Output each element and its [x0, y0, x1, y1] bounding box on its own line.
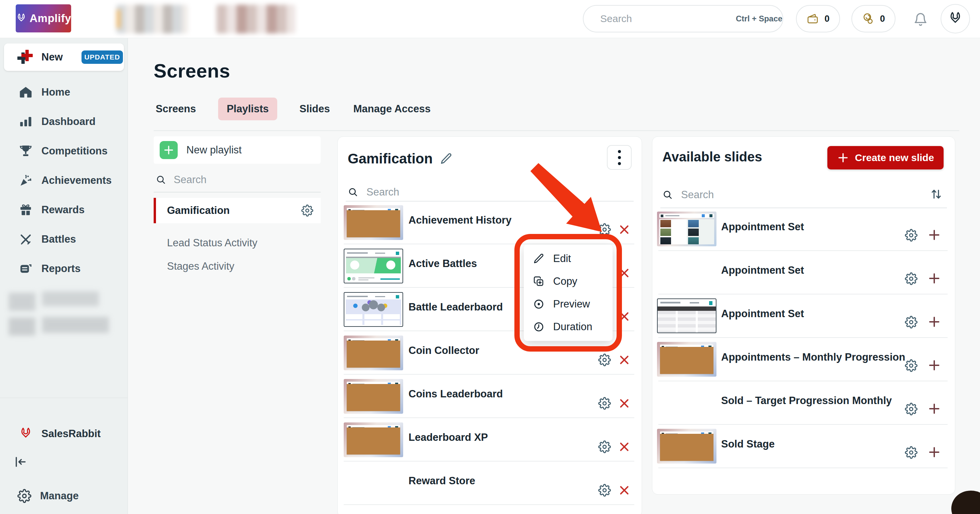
slide-thumbnail: [657, 299, 716, 333]
sidebar-item-competitions[interactable]: Competitions: [0, 136, 128, 166]
sort-icon[interactable]: [929, 187, 943, 201]
avatar-rabbit-icon: [948, 11, 963, 26]
redacted-workspace-chip: [116, 5, 188, 34]
slide-thumbnail: [344, 335, 403, 370]
selected-indicator: [154, 198, 156, 223]
gear-icon[interactable]: [598, 397, 611, 410]
report-icon: [19, 262, 33, 276]
playlist-item-gamification[interactable]: Gamification: [154, 198, 321, 223]
playlist-detail-search-input[interactable]: [366, 186, 608, 198]
tab-manage-access[interactable]: Manage Access: [352, 97, 432, 120]
trophy-icon: [19, 144, 33, 158]
available-slides-panel: Available slides Create new slide Appoin…: [652, 136, 955, 495]
add-plus-icon[interactable]: [928, 228, 941, 242]
slide-thumbnail: [657, 255, 716, 290]
redacted-account-chip: [216, 5, 295, 34]
sidebar-item-battles[interactable]: Battles: [0, 225, 128, 254]
add-plus-icon[interactable]: [928, 272, 941, 285]
playlist-detail-search[interactable]: [348, 185, 608, 200]
user-avatar[interactable]: [940, 4, 970, 34]
available-slide-row: Sold – Target Progression Monthly: [652, 382, 955, 425]
gear-icon[interactable]: [598, 441, 611, 453]
playlists-search[interactable]: [156, 172, 319, 187]
collapse-sidebar-button[interactable]: [13, 452, 40, 472]
remove-x-icon[interactable]: [618, 397, 630, 409]
gear-icon[interactable]: [598, 223, 611, 236]
search-shortcut: Ctrl + Space: [736, 14, 782, 23]
amplify-logo[interactable]: Amplify: [16, 4, 71, 32]
gear-icon[interactable]: [905, 359, 918, 372]
tab-bar: Screens Playlists Slides Manage Access: [154, 97, 432, 120]
wallet-badge[interactable]: 0: [796, 5, 840, 32]
coins-badge[interactable]: 0: [851, 5, 896, 32]
global-search-input[interactable]: [600, 13, 730, 25]
manage-link[interactable]: Manage: [0, 482, 128, 509]
remove-x-icon[interactable]: [618, 354, 630, 366]
add-plus-icon[interactable]: [928, 402, 941, 415]
playlist-options-kebab-button[interactable]: [607, 145, 632, 170]
available-slide-row: Appointment Set: [652, 251, 955, 294]
copy-icon: [533, 276, 544, 287]
remove-x-icon[interactable]: [618, 484, 630, 496]
slide-thumbnail: [344, 466, 403, 501]
search-icon: [348, 187, 358, 198]
available-slide-row: Appointment Set: [652, 294, 955, 338]
slide-row: Achievement History: [338, 201, 642, 244]
remove-x-icon[interactable]: [618, 310, 630, 322]
add-plus-icon[interactable]: [928, 445, 941, 459]
playlists-search-input[interactable]: [173, 174, 319, 186]
menu-item-preview[interactable]: Preview: [524, 293, 612, 316]
coins-icon: [862, 12, 875, 25]
slide-thumbnail: [344, 379, 403, 414]
create-new-slide-button[interactable]: Create new slide: [827, 146, 943, 169]
available-slides-search-input[interactable]: [680, 188, 915, 201]
menu-item-duration[interactable]: Duration: [524, 316, 612, 338]
available-slides-search[interactable]: [662, 187, 915, 202]
collapse-icon: [13, 455, 27, 469]
salesrabbit-link[interactable]: SalesRabbit: [0, 420, 128, 447]
edit-pencil-icon[interactable]: [440, 152, 453, 165]
tab-playlists[interactable]: Playlists: [218, 97, 278, 120]
new-button[interactable]: New UPDATED: [4, 43, 124, 71]
sidebar-item-achievements[interactable]: Achievements: [0, 166, 128, 195]
tab-slides[interactable]: Slides: [298, 97, 331, 120]
add-plus-icon[interactable]: [928, 359, 941, 372]
global-search[interactable]: Ctrl + Space: [583, 5, 783, 32]
new-button-label: New: [41, 51, 63, 63]
gear-icon[interactable]: [598, 354, 611, 366]
redacted-user-block: [9, 289, 109, 340]
tab-screens[interactable]: Screens: [154, 97, 197, 120]
gear-icon[interactable]: [905, 272, 918, 285]
playlist-item-lead-status-activity[interactable]: Lead Status Activity: [167, 231, 314, 255]
playlist-item-stages-activity[interactable]: Stages Activity: [167, 255, 314, 278]
slide-thumbnail: [344, 205, 403, 240]
slide-thumbnail: [657, 385, 716, 420]
available-slides-title: Available slides: [662, 149, 762, 164]
sidebar-item-reports[interactable]: Reports: [0, 254, 128, 283]
gear-icon[interactable]: [905, 316, 918, 329]
gear-icon[interactable]: [905, 446, 918, 459]
notifications-bell-icon[interactable]: [913, 12, 928, 27]
gear-icon[interactable]: [598, 484, 611, 496]
gear-icon[interactable]: [905, 403, 918, 415]
gear-icon[interactable]: [905, 229, 918, 242]
add-plus-icon[interactable]: [928, 315, 941, 329]
wallet-icon: [806, 12, 819, 25]
menu-item-copy[interactable]: Copy: [524, 270, 612, 293]
remove-x-icon[interactable]: [618, 223, 630, 236]
new-playlist-button[interactable]: New playlist: [154, 136, 321, 164]
remove-x-icon[interactable]: [618, 267, 630, 279]
sidebar-item-rewards[interactable]: Rewards: [0, 195, 128, 225]
sidebar-item-dashboard[interactable]: Dashboard: [0, 107, 128, 136]
menu-item-edit[interactable]: Edit: [524, 247, 612, 270]
app-window: Amplify Ctrl + Space 0 0 New UPDATED: [0, 0, 980, 514]
app-name: Amplify: [29, 12, 71, 25]
remove-x-icon[interactable]: [618, 441, 630, 453]
party-popper-icon: [19, 174, 33, 187]
divider: [154, 192, 321, 193]
slide-row: Coins Leaderboard: [338, 375, 642, 418]
salesrabbit-rabbit-icon: [19, 427, 33, 441]
sidebar-item-home[interactable]: Home: [0, 78, 128, 107]
top-bar: Amplify Ctrl + Space 0 0: [0, 0, 980, 38]
gear-icon[interactable]: [301, 204, 313, 217]
